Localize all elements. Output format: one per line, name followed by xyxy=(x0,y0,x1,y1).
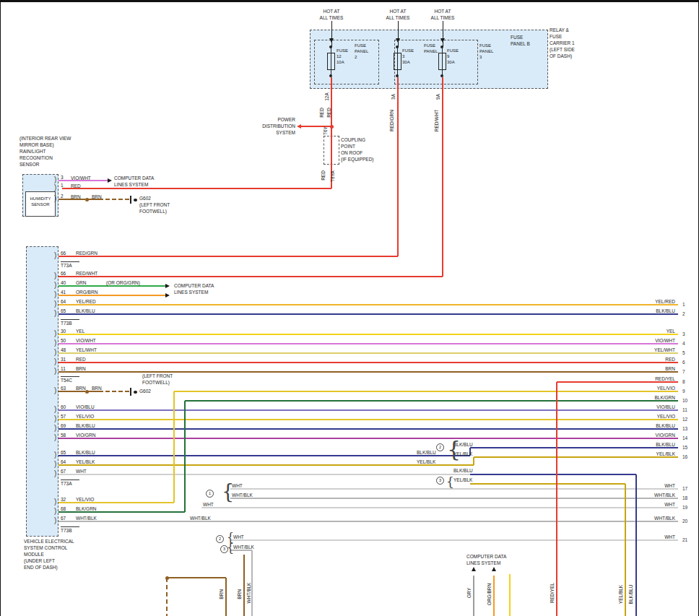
connector-label: T73A xyxy=(61,480,79,487)
wire-grn-horizontal xyxy=(58,285,165,287)
pin-number: 66 xyxy=(61,251,66,256)
wire-label: YEL/BLK xyxy=(417,459,435,464)
fuse-panel-3-label: FUSE PANEL 3 xyxy=(479,43,493,60)
pin-number: 67 xyxy=(61,516,66,521)
wire-label: WHT xyxy=(203,502,214,507)
wire-yel-blk-horizontal xyxy=(58,464,474,466)
wire-label: WHT/BLK xyxy=(76,516,97,521)
pin-bracket: ) xyxy=(54,387,56,394)
wire-label: RED xyxy=(326,108,331,118)
circuit-row-number: 9 xyxy=(682,389,685,394)
wire-yel-vio-horizontal xyxy=(174,391,678,392)
group-brace: { xyxy=(222,484,234,499)
wire-brn-vertical xyxy=(243,555,245,616)
wire-org-brn-vertical xyxy=(493,576,495,616)
wire-yel-vio-horizontal xyxy=(58,502,174,503)
wire-wht-horizontal xyxy=(230,488,678,490)
wire-label: YEL/BLK xyxy=(618,585,623,604)
hot-at-all-times-label-3: HOT AT ALL TIMES xyxy=(427,8,459,21)
wire-red-grn-vertical xyxy=(397,77,399,256)
wire-label: RED/GRN xyxy=(389,110,394,131)
wire-label: WHT/BLK xyxy=(190,516,211,521)
wire-label: YEL/BLK xyxy=(453,477,472,482)
wire-yel-vertical xyxy=(509,574,511,616)
humidity-sensor-box: HUMIDITY SENSOR xyxy=(25,191,56,217)
pin-number: 11 xyxy=(61,366,66,371)
wire-label: GRN xyxy=(76,280,86,285)
circuit-row-number: 15 xyxy=(682,445,687,451)
circuit-row-number: 5 xyxy=(682,350,685,356)
wire-label: BLK/BLU xyxy=(76,308,95,313)
wire-label: (OR ORG/GRN) xyxy=(106,280,140,285)
wire-blk-blu-horizontal xyxy=(58,455,470,456)
wire-blk-grn-horizontal xyxy=(185,400,678,402)
pin-bracket: ) xyxy=(54,425,56,432)
wire-label: BLK/BLU xyxy=(656,423,675,428)
pin-number: 66 xyxy=(61,271,66,276)
pin-number: 65 xyxy=(61,308,66,313)
wire-label: WHT xyxy=(664,483,675,488)
pin-bracket: ) xyxy=(54,184,56,191)
circuit-row-number: 10 xyxy=(682,398,687,404)
circuit-row-number: 18 xyxy=(682,495,687,501)
pin-bracket: ) xyxy=(54,406,56,413)
pin-bracket: ) xyxy=(54,300,56,308)
pin-bracket: ) xyxy=(54,252,56,259)
junction-dot xyxy=(330,125,334,129)
wire-label: BLK/BLU xyxy=(453,468,473,473)
wire-red-horizontal xyxy=(62,188,331,189)
pin-number: 57 xyxy=(61,414,66,419)
pin-bracket: ) xyxy=(54,195,56,202)
wire-label: BLK/BLU xyxy=(656,442,675,447)
pin-bracket: ) xyxy=(54,272,56,279)
circuit-row-number: 3 xyxy=(682,331,685,337)
wire-blk-blu-vertical xyxy=(635,474,637,616)
hot-at-all-times-label-1: HOT AT ALL TIMES xyxy=(316,8,347,21)
wire-black-vertical xyxy=(443,21,443,47)
pin-number: 3 xyxy=(61,175,64,180)
wire-brn-horizontal xyxy=(88,391,99,392)
g602-location-mid: (LEFT FRONT FOOTWELL) xyxy=(142,373,173,386)
wire-brn-horizontal xyxy=(58,391,85,392)
pin-number: 64 xyxy=(61,299,66,304)
wire-label: RED/WHT xyxy=(434,110,439,131)
wire-label: VIO/BLU xyxy=(76,404,95,409)
circuit-row-number: 17 xyxy=(682,486,687,492)
circuit-row-number: 12 xyxy=(682,417,687,422)
wire-label: RED/GRN xyxy=(76,251,97,256)
circuit-row-number: 19 xyxy=(682,505,687,511)
wire-wht-blk-vertical xyxy=(251,550,253,616)
wire-label: VIO/GRN xyxy=(656,433,675,438)
vehicle-electrical-module-label: VEHICLE ELECTRICAL SYSTEM CONTROL MODULE… xyxy=(24,538,74,571)
pin-bracket: ) xyxy=(54,415,56,422)
wire-label: VIO/WHT xyxy=(76,338,96,343)
circuit-row-number: 14 xyxy=(682,435,687,441)
wire-brn-horizontal xyxy=(99,391,129,392)
wire-label: YEL/WHT xyxy=(654,347,675,352)
wire-label: RED/YEL xyxy=(655,376,675,381)
pin-bracket: ) xyxy=(54,461,56,468)
wire-blk-blu-horizontal xyxy=(58,313,678,315)
wire-label: BLK/GRN xyxy=(654,395,675,400)
fuse-12-label: FUSE 12 10A xyxy=(337,48,348,65)
wire-yel-vio-vertical xyxy=(173,391,175,503)
wire-label: VIO/WHT xyxy=(655,338,675,343)
wire-label: YEL/RED xyxy=(655,299,675,304)
wire-label: BRN xyxy=(665,366,675,371)
pin-bracket: ) xyxy=(54,339,56,347)
pin-number: 63 xyxy=(61,386,66,391)
wire-label: BRN xyxy=(219,589,224,599)
pin-bracket: ) xyxy=(54,358,56,365)
pin-bracket: ) xyxy=(54,310,56,317)
wire-label: BLK/BLU xyxy=(76,423,95,428)
arrowhead-left xyxy=(297,124,301,129)
pin-bracket: ) xyxy=(54,451,56,459)
wire-brn-horizontal xyxy=(58,371,678,373)
rain-light-sensor-title: (INTERIOR REAR VIEW MIRROR BASE) RAIN/LI… xyxy=(19,135,71,168)
arrowhead-down xyxy=(329,38,334,43)
ground-symbol-g602-top xyxy=(130,196,139,204)
splice-reference: 2 xyxy=(216,535,224,543)
wire-red-grn-horizontal xyxy=(58,256,398,257)
wire-label: GRY xyxy=(466,588,472,598)
g602-location-top: (LEFT FRONT FOOTWELL) xyxy=(139,201,170,214)
